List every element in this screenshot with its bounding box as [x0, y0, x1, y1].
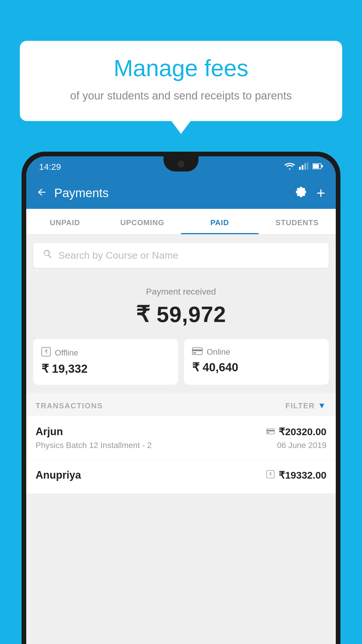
app-bar-title: Payments	[54, 186, 287, 200]
credit-card-icon	[192, 347, 203, 357]
back-button[interactable]	[37, 186, 47, 200]
anupriya-payment-type-icon: ₹	[266, 470, 275, 480]
svg-rect-5	[313, 164, 319, 168]
search-placeholder: Search by Course or Name	[58, 250, 178, 261]
wifi-icon	[284, 162, 295, 172]
transaction-date-arjun: 06 June 2019	[277, 441, 326, 450]
tab-unpaid[interactable]: UNPAID	[26, 209, 104, 234]
signal-icon	[299, 162, 308, 172]
svg-rect-1	[302, 165, 303, 170]
online-card-header: Online	[192, 347, 321, 357]
status-time: 14:29	[39, 162, 61, 172]
add-icon[interactable]: +	[317, 186, 325, 201]
online-amount: ₹ 40,640	[192, 360, 321, 374]
rupee-square-icon: ₹	[41, 347, 51, 358]
svg-rect-14	[267, 432, 269, 433]
svg-rect-6	[321, 165, 323, 167]
svg-rect-10	[192, 349, 202, 351]
status-icons	[284, 162, 323, 172]
svg-rect-3	[307, 162, 308, 170]
status-bar: 14:29	[26, 156, 336, 177]
phone-screen: 14:29	[26, 156, 336, 644]
transaction-amount-anupriya: ₹19332.00	[279, 469, 326, 481]
transaction-amount-wrap-anupriya: ₹ ₹19332.00	[266, 469, 326, 481]
bubble-subtitle: of your students and send receipts to pa…	[37, 88, 325, 104]
battery-icon	[312, 162, 323, 172]
app-bar: Payments +	[26, 177, 336, 209]
payment-received-section: Payment received ₹ 59,972	[26, 276, 336, 339]
search-bar[interactable]: Search by Course or Name	[33, 243, 329, 268]
payment-received-amount: ₹ 59,972	[33, 301, 329, 327]
transaction-name-anupriya: Anupriya	[36, 469, 81, 481]
search-icon	[43, 249, 52, 262]
app-bar-icons: +	[294, 185, 325, 201]
svg-rect-13	[267, 430, 274, 431]
arjun-payment-type-icon	[266, 427, 275, 436]
speech-bubble: Manage fees of your students and send re…	[20, 41, 342, 121]
online-label: Online	[207, 347, 230, 357]
filter-icon: ▼	[318, 401, 326, 410]
transaction-top-anupriya: Anupriya ₹ ₹19332.00	[36, 469, 326, 481]
camera-dot	[178, 161, 184, 167]
online-card: Online ₹ 40,640	[184, 339, 329, 385]
transaction-row-arjun[interactable]: Arjun ₹20320.00	[26, 416, 336, 460]
offline-label: Offline	[55, 348, 78, 358]
offline-card-header: ₹ Offline	[41, 347, 170, 358]
filter-label: FILTER	[285, 401, 315, 410]
tab-students[interactable]: STUDENTS	[259, 209, 336, 234]
payment-cards-row: ₹ Offline ₹ 19,332	[26, 339, 336, 393]
transaction-top-arjun: Arjun ₹20320.00	[36, 426, 326, 438]
svg-text:₹: ₹	[45, 349, 48, 355]
settings-icon[interactable]	[294, 185, 307, 201]
svg-rect-2	[304, 163, 306, 170]
payment-received-label: Payment received	[33, 287, 329, 297]
tabs-bar: UNPAID UPCOMING PAID STUDENTS	[26, 209, 336, 235]
svg-rect-11	[193, 352, 196, 354]
phone-frame: 14:29	[22, 152, 340, 644]
phone-inner: 14:29	[26, 156, 336, 644]
transaction-row-anupriya[interactable]: Anupriya ₹ ₹19332.00	[26, 460, 336, 494]
filter-button[interactable]: FILTER ▼	[285, 401, 326, 410]
tab-paid[interactable]: PAID	[181, 209, 259, 234]
transaction-bottom-arjun: Physics Batch 12 Installment - 2 06 June…	[36, 441, 326, 450]
offline-card: ₹ Offline ₹ 19,332	[33, 339, 178, 385]
transactions-header: TRANSACTIONS FILTER ▼	[26, 393, 336, 416]
notch	[164, 156, 198, 172]
bubble-title: Manage fees	[37, 55, 325, 81]
svg-text:₹: ₹	[269, 472, 272, 477]
transaction-name-arjun: Arjun	[36, 426, 63, 438]
tab-upcoming[interactable]: UPCOMING	[104, 209, 181, 234]
transactions-label: TRANSACTIONS	[36, 401, 103, 410]
transaction-amount-wrap-arjun: ₹20320.00	[266, 426, 326, 438]
transaction-course-arjun: Physics Batch 12 Installment - 2	[36, 441, 152, 450]
svg-rect-0	[299, 167, 301, 170]
transaction-amount-arjun: ₹20320.00	[279, 426, 326, 438]
offline-amount: ₹ 19,332	[41, 362, 170, 375]
